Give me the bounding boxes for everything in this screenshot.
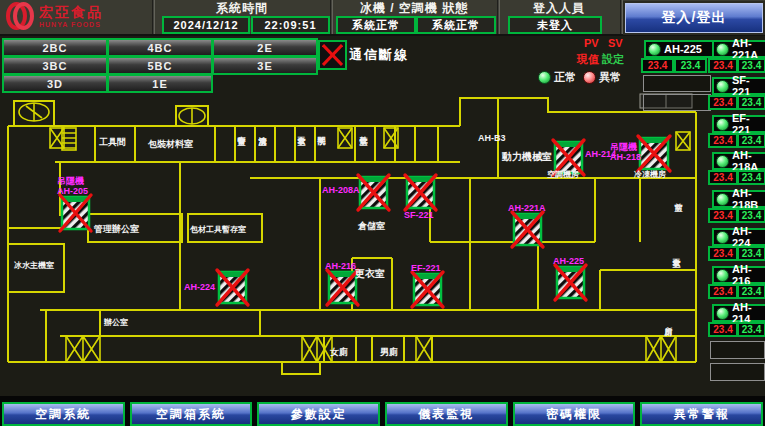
ahu-unit-icon-ef-221[interactable]: [412, 272, 443, 307]
empty-slot: [643, 75, 711, 92]
sv-value: 23.4: [737, 133, 765, 148]
unit-label: AH-224: [184, 282, 215, 292]
sidebar-unit-ah-214[interactable]: AH-214: [712, 304, 765, 322]
sidebar-unit-ah-221a[interactable]: AH-221A: [712, 40, 765, 58]
ahu-unit-icon-ah-225[interactable]: [555, 265, 586, 300]
pv-value: 23.4: [708, 246, 738, 261]
sidebar-unit-ah-218a[interactable]: AH-218A: [712, 152, 765, 170]
sv-value: 23.4: [737, 322, 765, 337]
room-label: 倉儲室: [357, 221, 385, 231]
hmi-screen: 宏亞食品 HUNYA FOODS 系統時間 冰機 / 空調機 狀態 登入人員 2…: [0, 0, 765, 426]
unit-status-led-icon: [716, 193, 729, 206]
unit-label: EF-221: [411, 263, 441, 273]
door-x-icon: [676, 132, 690, 150]
room-label: 冷凍機房: [634, 169, 666, 179]
sv-value: 23.4: [737, 246, 765, 261]
pv-value: 23.4: [708, 322, 738, 337]
unit-name: AH-225: [664, 43, 702, 55]
unit-status-led-icon: [716, 269, 729, 282]
room-label: 工具間: [99, 137, 126, 147]
unit-status-led-icon: [716, 231, 729, 244]
sv-value: 23.4: [737, 58, 765, 73]
room-label: 更衣室: [355, 268, 385, 279]
pv-value: 23.4: [708, 170, 738, 185]
room-label: 更衣室: [297, 136, 307, 146]
nav-parameter-set-button[interactable]: 參數設定: [257, 402, 380, 426]
room-label: 包材工具暫存室: [189, 224, 246, 234]
sv-value: 23.4: [737, 208, 765, 223]
sidebar-unit-ah-224[interactable]: AH-224: [712, 228, 765, 246]
room-label: 女廁: [329, 347, 348, 357]
door-x-icon: [416, 336, 432, 362]
empty-slot: [643, 94, 711, 111]
room-label: 暫存室: [237, 136, 247, 145]
sidebar-unit-ef-221[interactable]: EF-221: [712, 115, 765, 133]
room-label: 空調機房: [547, 169, 579, 179]
sidebar-unit-ah-216[interactable]: AH-216: [712, 266, 765, 284]
ahu-unit-icon-ah-205[interactable]: [60, 195, 91, 231]
nav-ahu-system-button[interactable]: 空調箱系統: [130, 402, 253, 426]
door-x-icon: [338, 128, 352, 148]
unit-label: 吊隱機: [610, 142, 637, 152]
unit-label: AH-216: [325, 261, 356, 271]
unit-label: SF-221: [404, 210, 434, 220]
sidebar-unit-ah-218b[interactable]: AH-218B: [712, 190, 765, 208]
room-label: 烘乾室: [359, 136, 369, 145]
sidebar-unit-sf-221[interactable]: SF-221: [712, 77, 765, 95]
ahu-unit-icon-ah-218[interactable]: [638, 136, 670, 171]
room-label: 更衣室: [672, 258, 682, 268]
nav-ac-system-button[interactable]: 空調系統: [2, 402, 125, 426]
sv-value: 23.4: [737, 170, 765, 185]
room-label: 男廁: [379, 347, 398, 357]
ahu-unit-icon-ah-224[interactable]: [217, 270, 248, 305]
room-label: 管理辦公室: [93, 223, 139, 234]
stair-x-icon: [302, 336, 332, 362]
unit-label: AH-218: [610, 152, 641, 162]
unit-label: 吊隱機: [57, 176, 84, 186]
door-icons: [50, 128, 690, 362]
room-label: 前室: [675, 203, 684, 212]
unit-label: AH-205: [57, 186, 88, 196]
room-label: 洗手間: [317, 136, 327, 145]
nav-meter-monitor-button[interactable]: 儀表監視: [385, 402, 508, 426]
stair-x-icon: [646, 336, 676, 362]
room-label: 辦公室: [103, 317, 128, 327]
pv-value: 23.4: [708, 284, 738, 299]
unit-status-led-icon: [716, 80, 729, 93]
unit-status-led-icon: [716, 118, 729, 131]
sv-value: 23.4: [737, 95, 765, 110]
sidebar-unit-ah-225[interactable]: AH-225: [644, 40, 714, 58]
bottom-nav: 空調系統 空調箱系統 參數設定 儀表監視 密碼權限 異常警報: [2, 402, 763, 426]
pv-value: 23.4: [708, 208, 738, 223]
equipment-labels: 吊隱機 AH-205 AH-208A SF-221 AH-214 吊隱機 AH-…: [57, 142, 641, 292]
sv-value-ah-225: 23.4: [674, 58, 707, 73]
unit-label: AH-221A: [508, 203, 546, 213]
nav-alarm-button[interactable]: 異常警報: [640, 402, 763, 426]
empty-slot: [710, 341, 765, 359]
pv-value: 23.4: [708, 58, 738, 73]
pv-value-ah-225: 23.4: [641, 58, 674, 73]
room-label: 冰水主機室: [14, 260, 54, 270]
nav-password-auth-button[interactable]: 密碼權限: [513, 402, 636, 426]
pv-value: 23.4: [708, 95, 738, 110]
unit-label: AH-208A: [322, 185, 360, 195]
room-label: 包裝材料室: [147, 139, 193, 149]
room-label: 動力機械室: [501, 151, 552, 162]
ahu-unit-icon-sf-221[interactable]: [405, 175, 436, 210]
pv-value: 23.4: [708, 133, 738, 148]
unit-status-led-icon: [648, 43, 661, 56]
stair-x-icon: [66, 336, 100, 362]
unit-status-led-icon: [716, 307, 729, 320]
empty-slot: [710, 363, 765, 381]
ahu-unit-icon-ah-208a[interactable]: [358, 175, 389, 210]
unit-label: AH-225: [553, 256, 584, 266]
ahu-unit-icon-ah-216[interactable]: [327, 270, 358, 305]
unit-status-led-icon: [716, 155, 729, 168]
unit-status-led-icon: [716, 43, 729, 56]
sv-value: 23.4: [737, 284, 765, 299]
room-label: AH-B3: [478, 133, 506, 143]
room-label: 清洗室: [258, 137, 268, 146]
ahu-unit-icon-ah-221a[interactable]: [512, 212, 543, 247]
